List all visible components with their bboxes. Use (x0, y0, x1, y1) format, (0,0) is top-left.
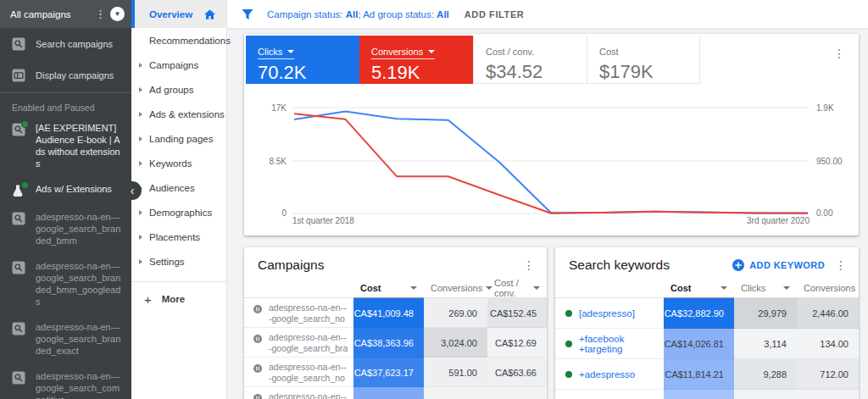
search-keywords-table: Search keywords ADD KEYWORD ⋮ CostClicks… (555, 247, 859, 399)
expand-arrow-icon (139, 210, 142, 215)
x-axis-label-start: 1st quarter 2018 (292, 216, 354, 225)
sidebar-item-search-campaigns[interactable]: Search campaigns (0, 28, 131, 59)
collapse-sidebar-button[interactable]: ‹ (123, 181, 142, 200)
expand-arrow-icon (139, 136, 142, 141)
nav-item-ads-extensions[interactable]: Ads & extensions (131, 102, 226, 126)
nav-divider (131, 281, 226, 282)
nav-item-recommendations[interactable]: Recommendations (131, 28, 226, 53)
metric-cell: CA$12.69 (487, 328, 547, 357)
left-axis-tick: 17K (244, 103, 287, 113)
column-header-cost[interactable]: Cost (664, 278, 734, 298)
add-keyword-button[interactable]: ADD KEYWORD (732, 259, 825, 271)
scorecard-value: 5.19K (371, 62, 473, 84)
metric-cell: CA$32,882.90 (664, 298, 734, 329)
nav-item-landing-pages[interactable]: Landing pages (131, 126, 226, 151)
campaign-name: adespresso-na-en---g... (269, 391, 348, 399)
campaign-name-cell[interactable]: adespresso-na-en---google_search_nonb... (244, 298, 353, 328)
metric-cell: 712.00 (797, 359, 859, 390)
ad-group-status-label: Ad group status: (363, 9, 437, 19)
metric-cell: 269.00 (424, 298, 487, 328)
scorecard-clicks[interactable]: Clicks70.2K (246, 36, 359, 84)
scorecard-value: $179K (599, 61, 699, 83)
campaign-item-label: adespresso-na-en---google_search_competi… (36, 370, 123, 399)
column-header-label: Conversions (431, 283, 482, 293)
nav-item-overview[interactable]: Overview (131, 0, 226, 28)
keyword-cell[interactable]: +adespresso (555, 359, 664, 390)
column-header-label: Cost (670, 283, 691, 293)
nav-item-demographics[interactable]: Demographics (131, 200, 226, 224)
kebab-menu-icon[interactable]: ⋮ (91, 8, 110, 20)
campaign-name-cell[interactable]: adespresso-na-en---google_search_nonb... (244, 357, 353, 387)
campaign-name-cell[interactable]: adespresso-na-en---google_search_bran... (244, 328, 353, 357)
collapse-header-button[interactable]: ▼ (110, 7, 125, 21)
metric-cell: CA$11,814.21 (664, 359, 734, 390)
keyword-status-dot-icon (565, 310, 572, 317)
sort-caret-icon (533, 286, 540, 290)
column-header-cost-conv[interactable]: Cost / conv. (487, 278, 547, 298)
filter-funnel-icon[interactable] (241, 8, 254, 21)
campaign-item-adespresso-na-en-google-search[interactable]: adespresso-na-en---google_search_branded… (0, 314, 131, 363)
keyword-cell[interactable]: +facebook +targeting (555, 329, 664, 359)
nav-item-placements[interactable]: Placements (131, 224, 226, 249)
campaigns-kebab-menu-icon[interactable]: ⋮ (523, 258, 535, 272)
metric-cell: CA$38,363.96 (353, 328, 424, 357)
column-header-conversions[interactable]: Conversions (424, 278, 487, 298)
campaign-item-adespresso-na-en-google-search[interactable]: adespresso-na-en---google_search_competi… (0, 363, 131, 399)
campaign-item-adespresso-na-en-google-search[interactable]: adespresso-na-en---google_search_branded… (0, 253, 131, 314)
enabled-status-dot-icon (21, 181, 29, 189)
campaign-item-label: adespresso-na-en---google_search_branded… (36, 211, 123, 247)
overview-kebab-menu-icon[interactable]: ⋮ (833, 47, 845, 60)
overview-panel: Clicks70.2KConversions5.19KCost / conv.$… (244, 34, 859, 236)
nav-item-campaigns[interactable]: Campaigns (131, 53, 226, 77)
keywords-kebab-menu-icon[interactable]: ⋮ (835, 258, 847, 272)
campaign-item-ae-experiment-audience-e-book-[interactable]: [AE EXPERIMENT] Audience E-book | Ads wi… (0, 115, 131, 176)
metric-cell: CA$152.45 (487, 298, 547, 328)
sort-caret-icon (721, 286, 727, 290)
column-header-clicks[interactable]: Clicks (734, 278, 797, 298)
nav-item-keywords[interactable]: Keywords (131, 151, 226, 175)
performance-chart (292, 103, 810, 215)
nav-item-ad-groups[interactable]: Ad groups (131, 77, 226, 102)
scorecard-cost-conv[interactable]: Cost / conv.$34.52 (473, 36, 587, 84)
nav-more-label: More (162, 294, 185, 304)
keyword-label: +adespresso (579, 369, 635, 380)
add-filter-button[interactable]: ADD FILTER (465, 9, 525, 19)
campaign-item-label: adespresso-na-en---google_search_branded… (36, 321, 123, 357)
scorecard-cost[interactable]: Cost$179K (587, 36, 700, 84)
column-header-conversions[interactable]: Conversions (797, 278, 859, 298)
metric-cell (734, 390, 797, 399)
expand-arrow-icon (139, 63, 142, 68)
keywords-table-title: Search keywords (569, 258, 732, 273)
sidebar-item-label: Search campaigns (36, 39, 113, 49)
campaign-item-ads-w-extensions[interactable]: Ads w/ Extensions (0, 176, 131, 204)
metric-cell (797, 390, 859, 399)
plus-icon: + (144, 292, 152, 307)
campaign-selector[interactable]: All campaigns ⋮ ▼ (0, 0, 131, 28)
search-campaign-icon (12, 123, 25, 136)
keyword-cell[interactable]: +facebook +ad... (555, 390, 664, 399)
column-header-cost[interactable]: Cost (353, 278, 424, 298)
search-campaign-icon (12, 261, 25, 274)
scorecard-conversions[interactable]: Conversions5.19K (359, 36, 473, 84)
table-row: adespresso-na-en---google_search_nonb...… (244, 298, 547, 328)
campaign-item-label: [AE EXPERIMENT] Audience E-book | Ads wi… (36, 122, 123, 169)
chart-series-conversions (294, 114, 808, 213)
add-keyword-plus-icon (732, 259, 744, 271)
sidebar-item-display-campaigns[interactable]: Display campaigns (0, 59, 131, 91)
campaign-name-cell[interactable]: adespresso-na-en---g... (244, 387, 353, 399)
filter-status-link[interactable]: Campaign status: All; Ad group status: A… (267, 9, 449, 19)
table-row: adespresso-na-en---google_search_nonb...… (244, 357, 547, 387)
table-row: +facebook +targetingCA$14,026.813,114134… (555, 329, 859, 359)
campaign-item-adespresso-na-en-google-search[interactable]: adespresso-na-en---google_search_branded… (0, 204, 131, 253)
nav-more-button[interactable]: + More (131, 286, 226, 312)
column-header-spacer (244, 278, 353, 298)
keyword-cell[interactable]: [adespresso] (555, 298, 664, 329)
nav-item-label: Demographics (149, 208, 212, 218)
nav-item-audiences[interactable]: Audiences (131, 175, 226, 200)
nav-item-label: Campaigns (149, 60, 198, 70)
nav-item-settings[interactable]: Settings (131, 249, 226, 274)
metric-cell (487, 387, 547, 399)
expand-arrow-icon (139, 112, 142, 117)
scorecard-value: 70.2K (258, 62, 359, 84)
add-keyword-label: ADD KEYWORD (749, 260, 825, 270)
